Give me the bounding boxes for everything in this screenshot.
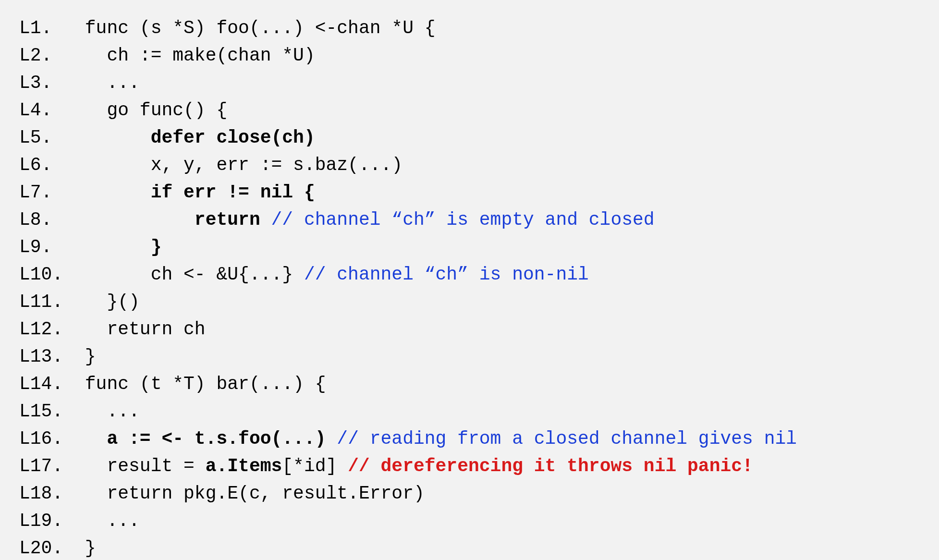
line-number: L7.	[19, 179, 74, 206]
code-text: }	[74, 538, 96, 559]
code-line: L2. ch := make(chan *U)	[19, 42, 920, 69]
line-number: L1.	[19, 14, 74, 42]
code-text	[74, 209, 195, 230]
code-line: L15. ...	[19, 398, 920, 425]
code-comment: // reading from a closed channel gives n…	[337, 428, 797, 449]
code-line: L8. return // channel “ch” is empty and …	[19, 206, 920, 233]
line-number: L18.	[19, 480, 74, 507]
code-text: func (t *T) bar(...) {	[74, 374, 326, 394]
code-line: L19. ...	[19, 507, 920, 535]
code-line: L18. return pkg.E(c, result.Error)	[19, 480, 920, 507]
line-number: L3.	[19, 69, 74, 97]
code-text: ...	[74, 401, 140, 422]
code-line: L5. defer close(ch)	[19, 124, 920, 151]
code-line: L10. ch <- &U{...} // channel “ch” is no…	[19, 261, 920, 288]
line-number: L10.	[19, 261, 74, 288]
code-text: go func() {	[74, 100, 227, 121]
code-text: return pkg.E(c, result.Error)	[74, 483, 425, 504]
code-text: ...	[74, 511, 140, 531]
line-number: L16.	[19, 425, 74, 452]
code-line: L3. ...	[19, 69, 920, 97]
code-text: x, y, err := s.baz(...)	[74, 155, 402, 175]
code-text: return	[195, 209, 260, 230]
code-line: L16. a := <- t.s.foo(...) // reading fro…	[19, 425, 920, 452]
code-line: L12. return ch	[19, 316, 920, 343]
line-number: L17.	[19, 452, 74, 480]
code-line: L1. func (s *S) foo(...) <-chan *U {	[19, 14, 920, 42]
code-text: return ch	[74, 319, 206, 340]
code-text: }	[74, 346, 96, 367]
code-line: L11. }()	[19, 288, 920, 316]
line-number: L9.	[19, 233, 74, 261]
code-text	[260, 209, 271, 230]
code-text: defer close(ch)	[151, 127, 315, 148]
code-line: L20. }	[19, 535, 920, 560]
code-text: func (s *S) foo(...) <-chan *U {	[74, 18, 436, 38]
line-number: L15.	[19, 398, 74, 425]
code-text: if err != nil {	[151, 182, 315, 203]
code-text	[74, 127, 151, 148]
code-text	[74, 428, 107, 449]
code-text	[326, 428, 337, 449]
code-text: }()	[74, 292, 140, 312]
code-block: L1. func (s *S) foo(...) <-chan *U {L2. …	[0, 0, 939, 560]
line-number: L4.	[19, 97, 74, 124]
line-number: L14.	[19, 370, 74, 398]
code-text: a := <- t.s.foo(...)	[107, 428, 326, 449]
line-number: L2.	[19, 42, 74, 69]
line-number: L6.	[19, 151, 74, 179]
code-line: L14. func (t *T) bar(...) {	[19, 370, 920, 398]
code-line: L6. x, y, err := s.baz(...)	[19, 151, 920, 179]
code-line: L7. if err != nil {	[19, 179, 920, 206]
code-text: ...	[74, 73, 140, 93]
line-number: L19.	[19, 507, 74, 535]
line-number: L5.	[19, 124, 74, 151]
code-text	[74, 182, 151, 203]
line-number: L13.	[19, 343, 74, 370]
code-text: result =	[74, 456, 206, 476]
code-comment: // dereferencing it throws nil panic!	[348, 456, 753, 476]
code-text: a.Items	[206, 456, 282, 476]
code-comment: // channel “ch” is non-nil	[304, 264, 589, 285]
line-number: L8.	[19, 206, 74, 233]
code-line: L13. }	[19, 343, 920, 370]
code-line: L4. go func() {	[19, 97, 920, 124]
code-text	[74, 237, 151, 257]
code-text: ch <- &U{...}	[74, 264, 304, 285]
code-text: ch := make(chan *U)	[74, 45, 315, 66]
line-number: L20.	[19, 535, 74, 560]
code-line: L9. }	[19, 233, 920, 261]
line-number: L11.	[19, 288, 74, 316]
code-text: [*id]	[282, 456, 348, 476]
code-comment: // channel “ch” is empty and closed	[271, 209, 655, 230]
code-line: L17. result = a.Items[*id] // dereferenc…	[19, 452, 920, 480]
line-number: L12.	[19, 316, 74, 343]
code-text: }	[151, 237, 162, 257]
